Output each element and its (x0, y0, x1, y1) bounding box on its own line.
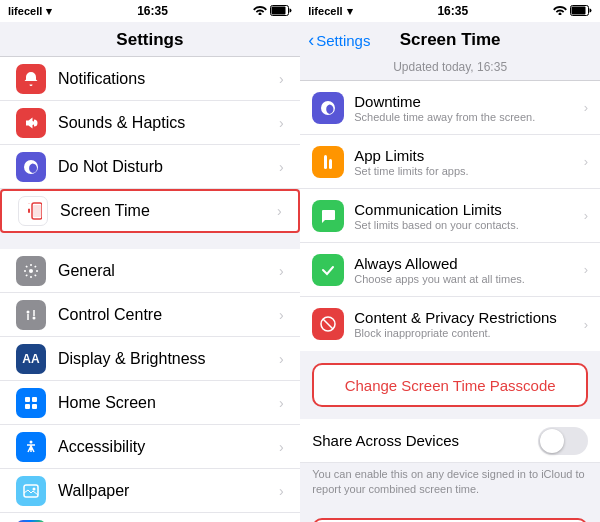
row-always-allowed[interactable]: Always Allowed Choose apps you want at a… (300, 243, 600, 297)
row-general[interactable]: General › (0, 249, 300, 293)
chevron-icon: › (279, 483, 284, 499)
notifications-icon (16, 64, 46, 94)
content-privacy-title: Content & Privacy Restrictions (354, 309, 583, 326)
chevron-icon: › (279, 71, 284, 87)
svg-line-26 (323, 319, 333, 329)
row-app-limits[interactable]: App Limits Set time limits for apps. › (300, 135, 600, 189)
status-bar-right-left: lifecell ▾ (308, 5, 352, 18)
chevron-icon: › (584, 100, 588, 115)
accessibility-icon (16, 432, 46, 462)
svg-rect-13 (25, 404, 30, 409)
row-content-privacy[interactable]: Content & Privacy Restrictions Block ina… (300, 297, 600, 351)
back-button[interactable]: ‹ Settings (308, 30, 370, 51)
chevron-icon: › (279, 439, 284, 455)
share-toggle[interactable] (538, 427, 588, 455)
communication-text: Communication Limits Set limits based on… (354, 201, 583, 231)
status-bar-right: lifecell ▾ 16:35 (300, 0, 600, 22)
section-divider-3 (300, 506, 600, 514)
svg-rect-23 (324, 155, 327, 169)
section-1: Notifications › Sounds & Haptics › Do No… (0, 57, 300, 233)
svg-rect-11 (25, 397, 30, 402)
svg-point-8 (33, 316, 36, 319)
always-allowed-subtitle: Choose apps you want at all times. (354, 273, 583, 285)
wifi-icon (253, 5, 267, 17)
section-divider-2 (300, 411, 600, 419)
communication-icon (312, 200, 344, 232)
row-communication[interactable]: Communication Limits Set limits based on… (300, 189, 600, 243)
time-right: 16:35 (437, 4, 468, 18)
right-panel: lifecell ▾ 16:35 ‹ Settings Screen Time … (300, 0, 600, 522)
screen-time-section: Downtime Schedule time away from the scr… (300, 81, 600, 351)
svg-point-17 (33, 487, 36, 490)
chevron-icon: › (277, 203, 282, 219)
carrier-left: lifecell (8, 5, 42, 17)
content-privacy-text: Content & Privacy Restrictions Block ina… (354, 309, 583, 339)
downtime-icon (312, 92, 344, 124)
display-icon: AA (16, 344, 46, 374)
right-panel-title: Screen Time (400, 30, 501, 50)
section-divider-1 (300, 351, 600, 359)
chevron-icon: › (279, 307, 284, 323)
downtime-text: Downtime Schedule time away from the scr… (354, 93, 583, 123)
row-sounds[interactable]: Sounds & Haptics › (0, 101, 300, 145)
communication-subtitle: Set limits based on your contacts. (354, 219, 583, 231)
battery-icon-right (570, 5, 592, 18)
row-home-screen[interactable]: Home Screen › (0, 381, 300, 425)
chevron-icon: › (279, 115, 284, 131)
toggle-knob (540, 429, 564, 453)
app-limits-text: App Limits Set time limits for apps. (354, 147, 583, 177)
home-screen-icon (16, 388, 46, 418)
status-icons-left (253, 5, 292, 18)
row-control-centre[interactable]: Control Centre › (0, 293, 300, 337)
turn-off-button[interactable]: Turn Off Screen Time (312, 518, 588, 522)
control-centre-label: Control Centre (58, 306, 275, 324)
row-notifications[interactable]: Notifications › (0, 57, 300, 101)
left-settings-list: Notifications › Sounds & Haptics › Do No… (0, 57, 300, 522)
home-screen-label: Home Screen (58, 394, 275, 412)
chevron-icon: › (584, 208, 588, 223)
row-accessibility[interactable]: Accessibility › (0, 425, 300, 469)
display-label: Display & Brightness (58, 350, 275, 368)
accessibility-label: Accessibility (58, 438, 275, 456)
share-description: You can enable this on any device signed… (300, 463, 600, 506)
share-label: Share Across Devices (312, 432, 538, 449)
always-allowed-icon (312, 254, 344, 286)
share-row: Share Across Devices (300, 419, 600, 463)
svg-rect-1 (271, 6, 285, 14)
updated-text: Updated today, 16:35 (393, 60, 507, 74)
right-nav-header: ‹ Settings Screen Time (300, 22, 600, 56)
row-dnd[interactable]: Do Not Disturb › (0, 145, 300, 189)
app-limits-title: App Limits (354, 147, 583, 164)
left-panel: lifecell ▾ 16:35 Settings Notifications (0, 0, 300, 522)
wallpaper-label: Wallpaper (58, 482, 275, 500)
dnd-icon (16, 152, 46, 182)
change-passcode-button[interactable]: Change Screen Time Passcode (312, 363, 588, 407)
downtime-subtitle: Schedule time away from the screen. (354, 111, 583, 123)
screen-time-label: Screen Time (60, 202, 273, 220)
row-downtime[interactable]: Downtime Schedule time away from the scr… (300, 81, 600, 135)
wifi-icon-right (553, 5, 567, 17)
svg-rect-5 (33, 205, 41, 217)
chevron-icon: › (584, 317, 588, 332)
row-siri[interactable]: Siri & Search › (0, 513, 300, 522)
svg-rect-22 (571, 6, 585, 14)
left-nav-header: Settings (0, 22, 300, 57)
status-icons-right (553, 5, 592, 18)
chevron-icon: › (279, 263, 284, 279)
content-privacy-icon (312, 308, 344, 340)
dnd-label: Do Not Disturb (58, 158, 275, 176)
chevron-icon: › (584, 262, 588, 277)
app-limits-icon (312, 146, 344, 178)
row-wallpaper[interactable]: Wallpaper › (0, 469, 300, 513)
status-bar-left-info: lifecell ▾ (8, 5, 52, 18)
back-label: Settings (316, 32, 370, 49)
chevron-icon: › (279, 395, 284, 411)
row-screen-time[interactable]: Screen Time › (0, 189, 300, 233)
always-allowed-text: Always Allowed Choose apps you want at a… (354, 255, 583, 285)
communication-title: Communication Limits (354, 201, 583, 218)
left-panel-title: Settings (116, 30, 183, 49)
change-passcode-label: Change Screen Time Passcode (345, 377, 556, 394)
row-display[interactable]: AA Display & Brightness › (0, 337, 300, 381)
svg-rect-24 (329, 159, 332, 169)
section-divider (0, 241, 300, 249)
